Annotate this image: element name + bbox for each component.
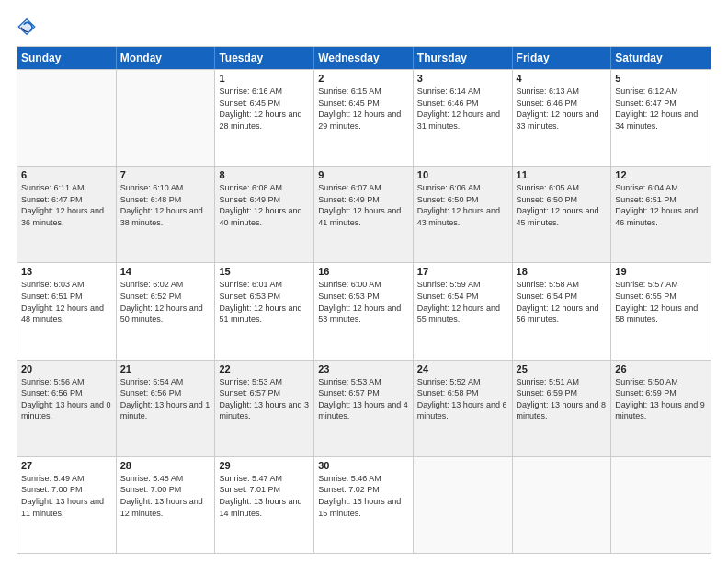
calendar-header-cell: Sunday [17, 47, 117, 69]
calendar-cell: 26Sunrise: 5:50 AM Sunset: 6:59 PM Dayli… [611, 361, 711, 456]
day-info: Sunrise: 5:52 AM Sunset: 6:58 PM Dayligh… [417, 376, 508, 422]
day-info: Sunrise: 5:47 AM Sunset: 7:01 PM Dayligh… [219, 473, 310, 519]
day-number: 30 [318, 460, 409, 471]
day-number: 5 [615, 73, 707, 84]
day-number: 2 [318, 73, 409, 84]
calendar-cell: 17Sunrise: 5:59 AM Sunset: 6:54 PM Dayli… [414, 263, 513, 359]
calendar-row: 20Sunrise: 5:56 AM Sunset: 6:56 PM Dayli… [17, 360, 711, 456]
calendar-cell: 14Sunrise: 6:02 AM Sunset: 6:52 PM Dayli… [117, 263, 216, 359]
calendar-cell: 18Sunrise: 5:58 AM Sunset: 6:54 PM Dayli… [513, 263, 612, 359]
calendar-header-cell: Friday [513, 47, 612, 69]
day-info: Sunrise: 5:53 AM Sunset: 6:57 PM Dayligh… [318, 376, 409, 422]
day-info: Sunrise: 6:06 AM Sunset: 6:50 PM Dayligh… [417, 182, 508, 228]
day-info: Sunrise: 5:56 AM Sunset: 6:56 PM Dayligh… [21, 376, 112, 422]
calendar-cell: 10Sunrise: 6:06 AM Sunset: 6:50 PM Dayli… [414, 167, 513, 262]
day-info: Sunrise: 6:01 AM Sunset: 6:53 PM Dayligh… [219, 279, 310, 325]
calendar-cell: 15Sunrise: 6:01 AM Sunset: 6:53 PM Dayli… [215, 263, 314, 359]
day-number: 26 [615, 363, 707, 374]
page: SundayMondayTuesdayWednesdayThursdayFrid… [0, 0, 728, 563]
day-number: 19 [615, 266, 707, 277]
day-info: Sunrise: 5:48 AM Sunset: 7:00 PM Dayligh… [120, 473, 211, 519]
calendar-cell: 1Sunrise: 6:16 AM Sunset: 6:45 PM Daylig… [215, 70, 314, 166]
day-info: Sunrise: 6:03 AM Sunset: 6:51 PM Dayligh… [21, 279, 112, 325]
calendar-row: 1Sunrise: 6:16 AM Sunset: 6:45 PM Daylig… [17, 69, 711, 166]
header [17, 17, 711, 37]
calendar-cell: 12Sunrise: 6:04 AM Sunset: 6:51 PM Dayli… [611, 167, 711, 262]
day-number: 15 [219, 266, 310, 277]
day-number: 29 [219, 460, 310, 471]
day-number: 14 [120, 266, 211, 277]
day-info: Sunrise: 5:58 AM Sunset: 6:54 PM Dayligh… [517, 279, 608, 325]
day-info: Sunrise: 6:05 AM Sunset: 6:50 PM Dayligh… [517, 182, 608, 228]
day-number: 18 [517, 266, 608, 277]
day-info: Sunrise: 5:57 AM Sunset: 6:55 PM Dayligh… [615, 279, 707, 325]
calendar-header-cell: Tuesday [215, 47, 314, 69]
day-info: Sunrise: 5:53 AM Sunset: 6:57 PM Dayligh… [219, 376, 310, 422]
day-info: Sunrise: 6:14 AM Sunset: 6:46 PM Dayligh… [417, 86, 508, 132]
calendar-cell: 30Sunrise: 5:46 AM Sunset: 7:02 PM Dayli… [314, 457, 414, 553]
calendar-header-cell: Monday [117, 47, 216, 69]
calendar-cell: 25Sunrise: 5:51 AM Sunset: 6:59 PM Dayli… [513, 361, 612, 456]
calendar-cell: 6Sunrise: 6:11 AM Sunset: 6:47 PM Daylig… [17, 167, 117, 262]
calendar-cell: 20Sunrise: 5:56 AM Sunset: 6:56 PM Dayli… [17, 361, 117, 456]
day-info: Sunrise: 5:46 AM Sunset: 7:02 PM Dayligh… [318, 473, 409, 519]
day-info: Sunrise: 6:11 AM Sunset: 6:47 PM Dayligh… [21, 182, 112, 228]
calendar-cell: 2Sunrise: 6:15 AM Sunset: 6:45 PM Daylig… [314, 70, 414, 166]
day-info: Sunrise: 6:10 AM Sunset: 6:48 PM Dayligh… [120, 182, 211, 228]
calendar-header-cell: Wednesday [314, 47, 414, 69]
day-info: Sunrise: 5:50 AM Sunset: 6:59 PM Dayligh… [615, 376, 707, 422]
day-info: Sunrise: 6:08 AM Sunset: 6:49 PM Dayligh… [219, 182, 310, 228]
day-number: 12 [615, 169, 707, 180]
day-info: Sunrise: 5:59 AM Sunset: 6:54 PM Dayligh… [417, 279, 508, 325]
day-info: Sunrise: 5:51 AM Sunset: 6:59 PM Dayligh… [517, 376, 608, 422]
day-info: Sunrise: 6:15 AM Sunset: 6:45 PM Dayligh… [318, 86, 409, 132]
day-info: Sunrise: 6:02 AM Sunset: 6:52 PM Dayligh… [120, 279, 211, 325]
calendar-cell: 7Sunrise: 6:10 AM Sunset: 6:48 PM Daylig… [117, 167, 216, 262]
day-info: Sunrise: 5:54 AM Sunset: 6:56 PM Dayligh… [120, 376, 211, 422]
calendar-cell: 4Sunrise: 6:13 AM Sunset: 6:46 PM Daylig… [513, 70, 612, 166]
calendar-cell: 23Sunrise: 5:53 AM Sunset: 6:57 PM Dayli… [314, 361, 414, 456]
day-number: 17 [417, 266, 508, 277]
calendar-cell: 9Sunrise: 6:07 AM Sunset: 6:49 PM Daylig… [314, 167, 414, 262]
day-info: Sunrise: 6:16 AM Sunset: 6:45 PM Dayligh… [219, 86, 310, 132]
calendar-cell: 27Sunrise: 5:49 AM Sunset: 7:00 PM Dayli… [17, 457, 117, 553]
day-number: 25 [517, 363, 608, 374]
day-number: 4 [517, 73, 608, 84]
logo [17, 17, 39, 37]
day-number: 28 [120, 460, 211, 471]
calendar-cell: 24Sunrise: 5:52 AM Sunset: 6:58 PM Dayli… [414, 361, 513, 456]
calendar-cell: 11Sunrise: 6:05 AM Sunset: 6:50 PM Dayli… [513, 167, 612, 262]
calendar-row: 6Sunrise: 6:11 AM Sunset: 6:47 PM Daylig… [17, 166, 711, 262]
day-info: Sunrise: 6:13 AM Sunset: 6:46 PM Dayligh… [517, 86, 608, 132]
calendar-cell: 19Sunrise: 5:57 AM Sunset: 6:55 PM Dayli… [611, 263, 711, 359]
calendar-cell [117, 70, 216, 166]
day-number: 13 [21, 266, 112, 277]
calendar-header-row: SundayMondayTuesdayWednesdayThursdayFrid… [17, 47, 711, 69]
day-number: 21 [120, 363, 211, 374]
svg-marker-0 [17, 17, 36, 36]
day-number: 1 [219, 73, 310, 84]
calendar-cell: 21Sunrise: 5:54 AM Sunset: 6:56 PM Dayli… [117, 361, 216, 456]
day-number: 8 [219, 169, 310, 180]
calendar-cell: 29Sunrise: 5:47 AM Sunset: 7:01 PM Dayli… [215, 457, 314, 553]
day-number: 23 [318, 363, 409, 374]
day-info: Sunrise: 6:04 AM Sunset: 6:51 PM Dayligh… [615, 182, 707, 228]
day-info: Sunrise: 5:49 AM Sunset: 7:00 PM Dayligh… [21, 473, 112, 519]
day-number: 16 [318, 266, 409, 277]
logo-icon [17, 17, 37, 37]
calendar-body: 1Sunrise: 6:16 AM Sunset: 6:45 PM Daylig… [17, 69, 711, 553]
calendar-cell [414, 457, 513, 553]
calendar-cell: 13Sunrise: 6:03 AM Sunset: 6:51 PM Dayli… [17, 263, 117, 359]
calendar-header-cell: Saturday [611, 47, 711, 69]
day-number: 6 [21, 169, 112, 180]
calendar-cell: 8Sunrise: 6:08 AM Sunset: 6:49 PM Daylig… [215, 167, 314, 262]
calendar: SundayMondayTuesdayWednesdayThursdayFrid… [17, 46, 711, 554]
calendar-cell: 3Sunrise: 6:14 AM Sunset: 6:46 PM Daylig… [414, 70, 513, 166]
calendar-cell [611, 457, 711, 553]
day-number: 22 [219, 363, 310, 374]
calendar-cell: 16Sunrise: 6:00 AM Sunset: 6:53 PM Dayli… [314, 263, 414, 359]
calendar-cell: 22Sunrise: 5:53 AM Sunset: 6:57 PM Dayli… [215, 361, 314, 456]
day-number: 9 [318, 169, 409, 180]
calendar-cell [513, 457, 612, 553]
calendar-cell: 28Sunrise: 5:48 AM Sunset: 7:00 PM Dayli… [117, 457, 216, 553]
